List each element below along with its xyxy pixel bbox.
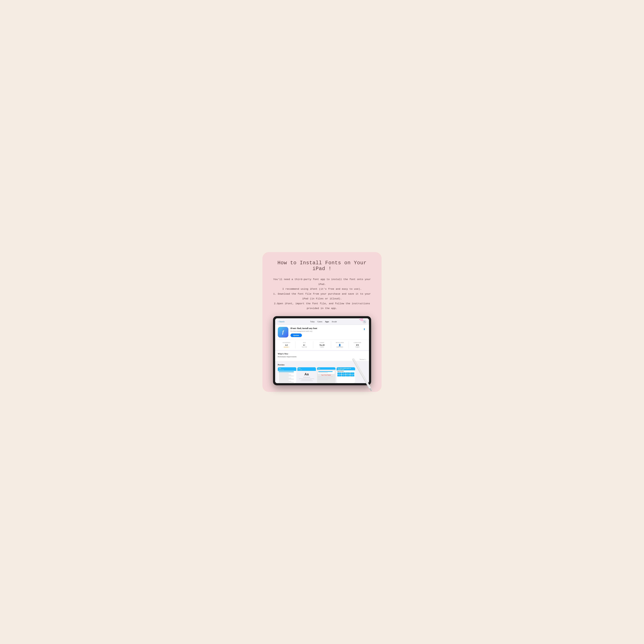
- whats-new-arrow: ›: [289, 353, 289, 355]
- preview-thumb-1: iFont Featured Fonts: [278, 367, 296, 383]
- app-icon-letter: f: [282, 330, 284, 335]
- app-subtitle: Pro font management made easy: [290, 330, 360, 332]
- stat-age: AGE 4+ Years Old: [296, 341, 313, 348]
- stat-language: LANGUAGE EN English: [349, 341, 366, 348]
- recommendation-text: I recommend using iFont (it's free and e…: [270, 287, 374, 291]
- row-4: [279, 375, 291, 375]
- pencil-tip: [369, 388, 372, 391]
- tab-apps[interactable]: Apps: [325, 321, 329, 323]
- age-value: 4+: [296, 344, 313, 346]
- import-row-2: [318, 372, 328, 373]
- app-icon: f: [278, 327, 288, 337]
- ipad-mockup: < Search Today Games Apps Arcade 🔍: [273, 316, 371, 385]
- tab-arcade[interactable]: Arcade: [332, 321, 337, 323]
- back-button[interactable]: < Search: [278, 321, 285, 323]
- thumb-header-text-1: iFont: [279, 368, 295, 369]
- age-sub: Years Old: [296, 346, 313, 348]
- app-store-nav: < Search Today Games Apps Arcade 🔍: [275, 318, 369, 325]
- update-button[interactable]: Update: [290, 334, 302, 337]
- info-row-1: [299, 378, 314, 379]
- thumb-header-4: View all the available glyphs and custom…: [337, 367, 355, 370]
- preview-thumb-3: iFont Super Senior Regular: [317, 367, 336, 383]
- preview-thumb-2: iFont Aa Ubuntu Aa Aa Aa Aa Aa Aa Aa: [297, 367, 316, 383]
- thumb-header-2: iFont Aa Ubuntu: [297, 367, 316, 371]
- ratings-value: 4.2: [278, 344, 295, 346]
- ratings-label: 83 RATINGS: [278, 342, 295, 343]
- app-name: iFont: find, install any font: [290, 327, 360, 330]
- developer-icon: 👤: [331, 344, 349, 346]
- thumb-header-text-3: iFont: [318, 368, 334, 369]
- thumb-header-1: iFont Featured Fonts: [278, 367, 296, 371]
- row-10: [279, 381, 291, 382]
- thumb-body-2: Aa Aa Aa Aa Aa Aa Aa: [297, 371, 316, 383]
- whats-new-header: What's New ›: [278, 353, 366, 355]
- preview-thumb-4: View all the available glyphs and custom…: [337, 367, 355, 383]
- chart-sub: Utilities: [313, 346, 331, 348]
- nav-tabs: Today Games Apps Arcade: [287, 321, 360, 323]
- row-12: [279, 383, 289, 383]
- ipad-screen: < Search Today Games Apps Arcade 🔍: [275, 318, 369, 383]
- import-row-3: [318, 376, 333, 377]
- row-1: [279, 371, 294, 372]
- main-card: How to Install Fonts on Your iPad ! You'…: [262, 252, 382, 392]
- import-row-5: [318, 379, 328, 380]
- import-row-4: [318, 378, 330, 378]
- intro-text: You'll need a third-party font app to in…: [270, 277, 374, 287]
- ratings-stars: ★★★★☆: [278, 346, 295, 348]
- stat-chart: CHART No.28 Utilities: [313, 341, 331, 348]
- developer-label: DEVELOPER: [331, 342, 349, 343]
- chart-value: No.28: [313, 344, 331, 346]
- app-info-section: f iFont: find, install any font Pro font…: [275, 325, 369, 340]
- row-8: [279, 379, 294, 379]
- app-details: iFont: find, install any font Pro font m…: [290, 327, 360, 337]
- page-title: How to Install Fonts on Your iPad !: [270, 260, 374, 272]
- thumb-body-3: Super Senior Regular: [317, 370, 336, 383]
- row-3: [279, 374, 289, 374]
- step1-text: 1. Download the font file from your purc…: [270, 292, 374, 301]
- thumb-body-4: Imported Fonts J % ★ × J 9 3: [337, 370, 355, 383]
- stats-section: 83 RATINGS 4.2 ★★★★☆ AGE 4+ Years Old CH…: [275, 340, 369, 350]
- share-icon[interactable]: ⬆: [362, 327, 366, 332]
- thumb-header-3: iFont: [317, 367, 336, 370]
- step2-text: 2.Open iFont, import the font file, and …: [270, 301, 374, 311]
- row-7: [279, 378, 291, 378]
- stat-ratings: 83 RATINGS 4.2 ★★★★☆: [278, 341, 296, 348]
- stat-developer: DEVELOPER 👤 VINCI APPS: [331, 341, 349, 348]
- preview-images: iFont Featured Fonts: [278, 367, 366, 383]
- preview-section: Preview iFont Featured Fonts: [275, 362, 369, 383]
- preview-title: Preview: [278, 364, 366, 366]
- tab-today[interactable]: Today: [310, 321, 315, 323]
- ipad-frame: < Search Today Games Apps Arcade 🔍: [273, 316, 371, 385]
- body-text: You'll need a third-party font app to in…: [270, 277, 374, 311]
- language-label: LANGUAGE: [349, 342, 366, 343]
- age-label: AGE: [296, 342, 313, 343]
- tab-games[interactable]: Games: [317, 321, 322, 323]
- thumb-body-1: [278, 371, 296, 383]
- row-11: [279, 382, 294, 383]
- thumb-header-text-4: View all the available glyphs and custom…: [338, 368, 354, 370]
- developer-name: VINCI APPS: [331, 346, 349, 348]
- import-row-1: [318, 371, 333, 372]
- row-9: [279, 380, 289, 381]
- row-5: [279, 376, 294, 376]
- whats-new-title[interactable]: What's New: [278, 353, 288, 355]
- row-2: [279, 372, 294, 373]
- language-sub: English: [349, 346, 366, 348]
- whats-new-content: Performance Improvements: [278, 356, 366, 358]
- app-store-ui: < Search Today Games Apps Arcade 🔍: [275, 318, 369, 383]
- thumb-header-text-2: iFont: [298, 368, 315, 369]
- info-row-3: [300, 381, 313, 381]
- language-value: EN: [349, 344, 366, 346]
- row-6: [279, 377, 289, 377]
- chart-label: CHART: [313, 342, 331, 343]
- info-row-2: [301, 379, 312, 380]
